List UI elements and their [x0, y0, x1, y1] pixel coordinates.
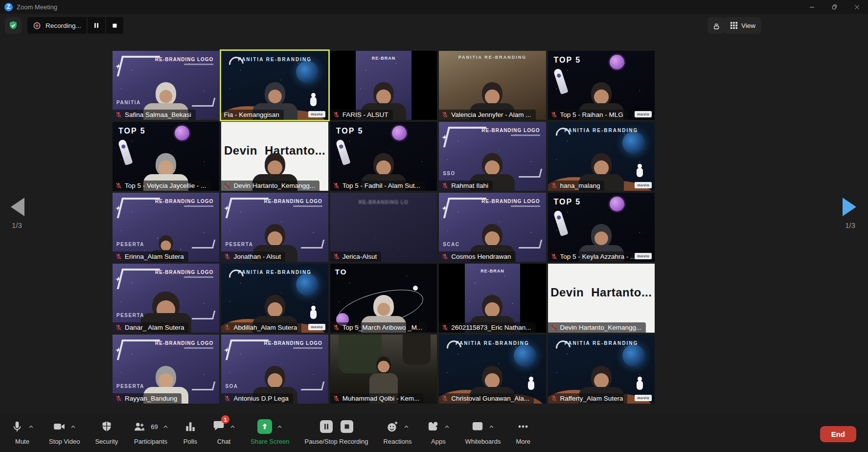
participant-tile[interactable]: RE-BRANDING LOGO SSO Rahmat Ilahi	[439, 122, 546, 191]
participant-tile[interactable]: Devin Hartanto... Devin Hartanto_Kemangg…	[221, 122, 328, 191]
participant-tile[interactable]: Muhammad Qolbi - Kem...	[330, 335, 437, 404]
previous-page-arrow[interactable]	[11, 198, 24, 216]
participant-tile[interactable]: RE-BRANDING LOGO PESERTA Danar_ Alam Sut…	[113, 264, 219, 333]
virtual-bg-text: RE-BRANDING LO	[359, 200, 409, 205]
chevron-up-icon[interactable]	[70, 424, 76, 429]
participant-tile[interactable]: RE-BRANDING LOGO PESERTA Rayyan_Bandung	[113, 335, 219, 404]
astronaut-decoration	[310, 310, 317, 319]
bg-corner-text: SCAC	[443, 242, 459, 247]
share-screen-button[interactable]: Share Screen	[251, 419, 290, 445]
chat-button[interactable]: 1 Chat	[212, 419, 235, 445]
participant-name: Abdillah_Alam Sutera	[233, 324, 297, 331]
participant-tile[interactable]: PANITIA RE-BRANDING movio hana_malang	[548, 122, 655, 191]
security-button[interactable]: Security	[95, 419, 118, 445]
muted-mic-icon	[333, 111, 340, 118]
restore-button[interactable]	[823, 0, 845, 14]
participant-name-tag: Top 5 - Fadhil - Alam Sut...	[330, 181, 425, 191]
participant-tile[interactable]: RE-BRANDING LOGO SCAC Cosmos Hendrawan	[439, 193, 546, 262]
participant-name: Top 5 - Velycia Jaycellie - ...	[125, 182, 206, 189]
muted-mic-icon	[333, 253, 340, 260]
participant-tile[interactable]: RE-BRAN 2602115873_Eric Nathan...	[439, 264, 546, 333]
virtual-bg-text: PANITIA RE-BRANDING	[564, 340, 638, 346]
participant-tile[interactable]: Devin Hartanto... Devin Hartanto_Kemangg…	[548, 264, 655, 333]
bg-decoration	[622, 344, 645, 367]
polls-button[interactable]: Polls	[183, 419, 197, 445]
muted-mic-icon	[550, 111, 558, 118]
end-meeting-button[interactable]: End	[820, 426, 856, 442]
pause-recording-icon[interactable]	[320, 420, 333, 433]
chevron-up-icon[interactable]	[163, 424, 168, 429]
participant-name: Jerica-Alsut	[343, 253, 377, 260]
frame-decoration	[301, 382, 324, 390]
participant-tile[interactable]: RE-BRANDING LOGO PANITIA Safina Salmaa_B…	[113, 51, 219, 120]
chevron-up-icon[interactable]	[489, 424, 494, 429]
next-page-arrow[interactable]	[843, 198, 856, 216]
stop-video-button[interactable]: Stop Video	[49, 419, 80, 445]
participant-name: 2602115873_Eric Nathan...	[451, 324, 531, 331]
participant-name-tag: Top 5 - Velycia Jaycellie - ...	[113, 181, 211, 191]
participant-tile[interactable]: TOP 5 movio Top 5 - Keyla Azzahra - ...	[548, 193, 655, 262]
participant-name-tag: Erinna_Alam Sutera	[113, 251, 188, 262]
minimize-button[interactable]	[800, 0, 823, 14]
frame-decoration	[192, 311, 215, 319]
more-dots-icon	[517, 420, 529, 433]
microphone-icon	[11, 420, 23, 433]
whiteboards-button[interactable]: Whiteboards	[465, 419, 501, 445]
participant-name: Jonathan - Alsut	[233, 253, 281, 260]
chevron-up-icon[interactable]	[404, 424, 409, 429]
participant-name-tag: Safina Salmaa_Bekasi	[113, 110, 196, 120]
bg-decoration	[175, 126, 189, 140]
muted-mic-icon	[441, 395, 449, 402]
apps-button[interactable]: Apps	[427, 419, 450, 445]
participant-tile[interactable]: RE-BRANDING LOGO PESERTA Jonathan - Alsu…	[221, 193, 328, 262]
bg-corner-text: PESERTA	[116, 242, 144, 247]
participant-tile[interactable]: TO Top 5_March Aribowo _M...	[330, 264, 437, 333]
bg-decoration	[514, 344, 536, 367]
participant-name-tag: Rayyan_Bandung	[113, 393, 182, 404]
stop-recording-icon[interactable]	[341, 420, 353, 433]
grid-view-icon	[730, 22, 738, 29]
pause-icon	[93, 22, 100, 29]
participant-tile[interactable]: RE-BRANDING LO Jerica-Alsut	[330, 193, 437, 262]
participant-tile[interactable]: RE-BRANDING LOGO PESERTA Erinna_Alam Sut…	[113, 193, 219, 262]
participant-name: Danar_ Alam Sutera	[125, 324, 184, 331]
participant-name: Cosmos Hendrawan	[451, 253, 511, 260]
chevron-up-icon[interactable]	[444, 424, 450, 429]
participant-name-tag: Christoval Gunawan_Ala...	[439, 393, 534, 404]
participant-tile[interactable]: TOP 5 movio Top 5 - Raihan - MLG	[548, 51, 655, 120]
participant-name: hana_malang	[560, 182, 600, 189]
participant-name-tag: Valencia Jennyfer - Alam ...	[439, 110, 535, 120]
participant-tile[interactable]: PANITIA RE-BRANDING Christoval Gunawan_A…	[439, 335, 546, 404]
participant-tile[interactable]: TOP 5 Top 5 - Fadhil - Alam Sut...	[330, 122, 437, 191]
recording-stop-button[interactable]	[106, 17, 123, 34]
muted-mic-icon	[550, 253, 558, 260]
participant-tile[interactable]: PANITIA RE-BRANDING movio Rafferty_Alam …	[548, 335, 655, 404]
chevron-up-icon[interactable]	[230, 424, 235, 429]
more-button[interactable]: More	[516, 419, 530, 445]
chevron-up-icon[interactable]	[28, 424, 34, 429]
participant-name: Fia - Kemanggisan	[224, 111, 279, 118]
participant-tile[interactable]: PANITIA RE-BRANDING movio Fia - Kemanggi…	[221, 51, 328, 120]
participant-tile[interactable]: PANITIA RE-BRANDING Valencia Jennyfer - …	[439, 51, 546, 120]
participant-tile[interactable]: RE-BRANDING LOGO SOA Antonius D.P Lega	[221, 335, 328, 404]
view-button[interactable]: View	[724, 17, 761, 34]
reactions-button[interactable]: Reactions	[384, 419, 412, 445]
cast-audio-icon	[711, 20, 722, 31]
participants-button[interactable]: 69 Participants	[133, 419, 168, 445]
frame-decoration	[117, 198, 160, 218]
recording-pause-button[interactable]	[88, 17, 105, 34]
meeting-info-shield-button[interactable]	[5, 17, 22, 34]
video-camera-icon	[53, 420, 66, 433]
close-button[interactable]	[845, 0, 868, 14]
participant-tile[interactable]: RE-BRAN FARIS - ALSUT	[330, 51, 437, 120]
astronaut-decoration	[310, 97, 317, 106]
virtual-bg-text: PANITIA RE-BRANDING	[456, 340, 529, 346]
mute-button[interactable]: Mute	[11, 419, 34, 445]
pause-stop-recording-button[interactable]: Pause/Stop Recording	[305, 419, 368, 445]
participant-tile[interactable]: TOP 5 Top 5 - Velycia Jaycellie - ...	[113, 122, 219, 191]
muted-mic-icon	[333, 182, 340, 189]
muted-mic-icon	[550, 395, 558, 402]
chevron-up-icon[interactable]	[277, 424, 282, 429]
connected-device-button[interactable]	[708, 17, 725, 34]
participant-tile[interactable]: PANITIA RE-BRANDING movio Abdillah_Alam …	[221, 264, 328, 333]
